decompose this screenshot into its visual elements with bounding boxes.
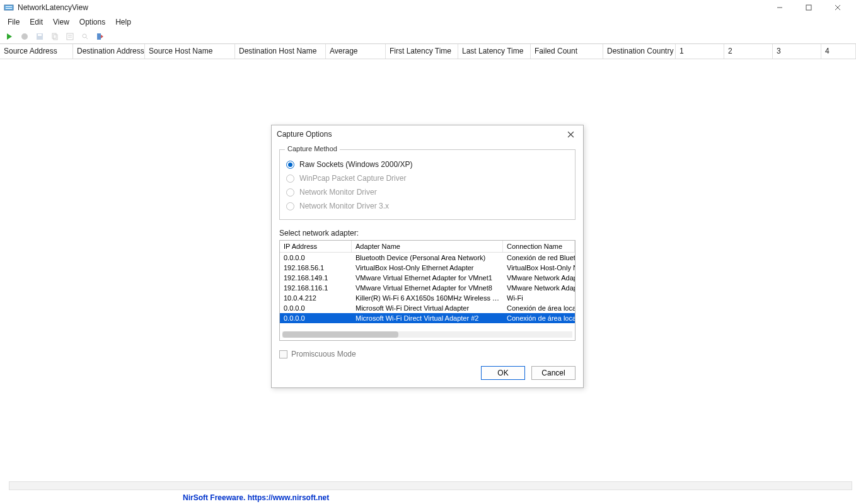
radio-label: Network Monitor Driver 3.x [299,202,389,210]
maximize-button[interactable] [794,0,823,15]
adapter-row[interactable]: 0.0.0.0Bluetooth Device (Personal Area N… [280,253,575,263]
svg-marker-19 [101,35,103,38]
adapter-row[interactable]: 192.168.56.1VirtualBox Host-Only Etherne… [280,263,575,273]
cell-ip: 192.168.56.1 [280,263,352,273]
cell-ip: 0.0.0.0 [280,253,352,263]
column-header[interactable]: Average [326,44,386,59]
cell-adapter-name: Microsoft Wi-Fi Direct Virtual Adapter [352,303,503,313]
column-header[interactable]: Destination Address [73,44,145,59]
column-header[interactable]: Destination Country [603,44,676,59]
cancel-button[interactable]: Cancel [531,366,575,380]
column-header[interactable]: First Latency Time [386,44,458,59]
toolbar [0,29,856,44]
cell-adapter-name: VirtualBox Host-Only Ethernet Adapter [352,263,503,273]
adapter-row[interactable]: 192.168.116.1VMware Virtual Ethernet Ada… [280,283,575,293]
window-title: NetworkLatencyView [18,3,88,12]
statusbar: NirSoft Freeware. https://www.nirsoft.ne… [0,491,856,504]
cell-connection-name: VMware Network Adapte [503,273,575,283]
menu-file[interactable]: File [3,16,25,28]
titlebar: NetworkLatencyView [0,0,856,15]
cell-connection-name: VirtualBox Host-Only Net [503,263,575,273]
group-legend: Capture Method [285,145,340,152]
menu-view[interactable]: View [48,16,74,28]
svg-rect-13 [67,33,73,40]
column-header[interactable]: Source Address [0,44,73,59]
svg-rect-10 [38,34,42,36]
ok-button[interactable]: OK [481,366,525,380]
menu-options[interactable]: Options [74,16,110,28]
column-header[interactable]: Source Host Name [145,44,235,59]
promiscuous-label: Promiscuous Mode [291,350,356,358]
cell-adapter-name: VMware Virtual Ethernet Adapter for VMne… [352,283,503,293]
column-headers: Source AddressDestination AddressSource … [0,44,856,59]
radio-option: Network Monitor Driver [286,185,569,199]
app-icon [4,3,14,13]
menu-help[interactable]: Help [110,16,136,28]
menubar: File Edit View Options Help [0,15,856,29]
adapter-label: Select network adapter: [279,229,575,238]
radio-icon [286,161,294,169]
checkbox-icon [279,350,287,358]
adapter-row[interactable]: 10.0.4.212Killer(R) Wi-Fi 6 AX1650s 160M… [280,293,575,303]
adapter-headers: IP Address Adapter Name Connection Name [280,241,575,253]
status-text: NirSoft Freeware. https://www.nirsoft.ne… [183,493,329,502]
svg-rect-18 [97,33,101,40]
cell-adapter-name: Killer(R) Wi-Fi 6 AX1650s 160MHz Wireles… [352,293,503,303]
radio-label: Network Monitor Driver [299,188,377,197]
cell-connection-name: VMware Network Adapte [503,283,575,293]
properties-icon[interactable] [63,30,77,43]
capture-options-dialog: Capture Options Capture Method Raw Socke… [271,125,584,388]
play-icon[interactable] [3,30,16,43]
column-header[interactable]: 4 [821,44,856,59]
cell-ip: 0.0.0.0 [280,313,352,323]
column-header[interactable]: Last Latency Time [458,44,531,59]
cell-connection-name: Conexión de área local* [503,303,575,313]
exit-icon[interactable] [93,30,107,43]
adapter-scrollbar[interactable] [282,331,572,338]
radio-label: Raw Sockets (Windows 2000/XP) [299,160,412,169]
capture-method-group: Capture Method Raw Sockets (Windows 2000… [279,149,575,220]
window-controls [765,0,852,15]
column-header[interactable]: 2 [724,44,773,59]
header-connection-name[interactable]: Connection Name [503,241,575,252]
radio-icon [286,188,294,197]
radio-icon [286,175,294,183]
cell-ip: 192.168.116.1 [280,283,352,293]
radio-option[interactable]: Raw Sockets (Windows 2000/XP) [286,158,569,171]
column-header[interactable]: Failed Count [531,44,603,59]
column-header[interactable]: 3 [773,44,821,59]
dialog-close-button[interactable] [563,128,578,140]
adapter-row[interactable]: 192.168.149.1VMware Virtual Ethernet Ada… [280,273,575,283]
adapter-listbox[interactable]: IP Address Adapter Name Connection Name … [279,240,575,341]
svg-point-8 [21,33,28,40]
menu-edit[interactable]: Edit [25,16,48,28]
find-icon[interactable] [78,30,92,43]
header-ip[interactable]: IP Address [280,241,352,252]
column-header[interactable]: Destination Host Name [235,44,326,59]
cell-connection-name: Conexión de área local* [503,313,575,323]
radio-option: WinPcap Packet Capture Driver [286,171,569,185]
save-icon[interactable] [33,30,47,43]
svg-rect-12 [54,35,57,40]
promiscuous-checkbox[interactable]: Promiscuous Mode [279,350,575,358]
minimize-button[interactable] [765,0,794,15]
cell-connection-name: Conexión de red Bluetoo [503,253,575,263]
cell-adapter-name: Microsoft Wi-Fi Direct Virtual Adapter #… [352,313,503,323]
close-button[interactable] [823,0,852,15]
adapter-row[interactable]: 0.0.0.0Microsoft Wi-Fi Direct Virtual Ad… [280,313,575,323]
stop-icon[interactable] [18,30,32,43]
svg-line-17 [86,37,88,39]
header-adapter-name[interactable]: Adapter Name [352,241,503,252]
cell-connection-name: Wi-Fi [503,293,575,303]
radio-option: Network Monitor Driver 3.x [286,199,569,213]
cell-ip: 192.168.149.1 [280,273,352,283]
cell-adapter-name: Bluetooth Device (Personal Area Network) [352,253,503,263]
horizontal-scrollbar[interactable] [9,481,852,490]
svg-rect-1 [6,6,12,7]
cell-ip: 0.0.0.0 [280,303,352,313]
svg-rect-11 [52,33,56,38]
copy-icon[interactable] [48,30,62,43]
column-header[interactable]: 1 [676,44,724,59]
radio-label: WinPcap Packet Capture Driver [299,174,406,183]
adapter-row[interactable]: 0.0.0.0Microsoft Wi-Fi Direct Virtual Ad… [280,303,575,313]
